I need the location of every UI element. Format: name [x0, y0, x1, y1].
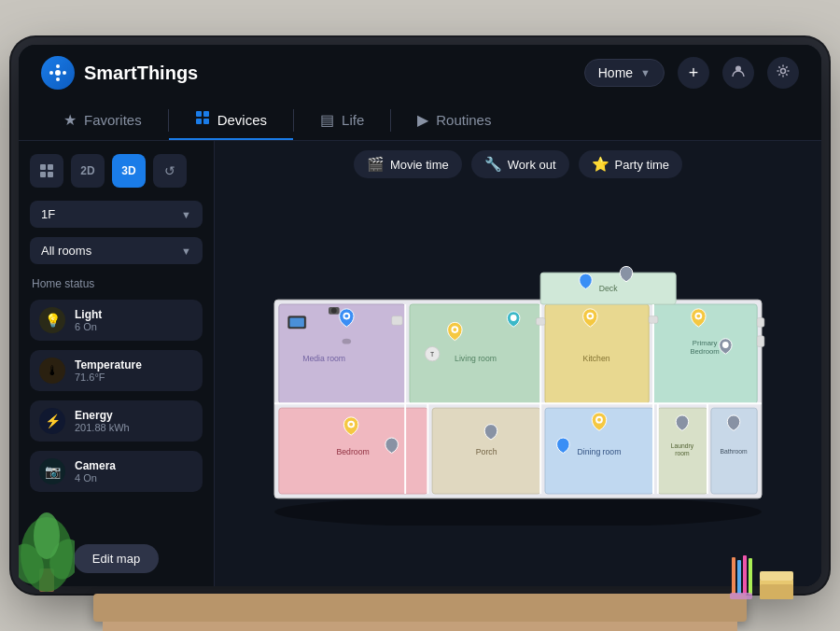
svg-point-51: [511, 315, 517, 321]
3d-view-button[interactable]: 3D: [112, 154, 146, 188]
tab-routines[interactable]: ▶ Routines: [391, 102, 517, 140]
svg-point-71: [331, 307, 337, 313]
tab-devices[interactable]: Devices: [169, 101, 293, 140]
svg-point-48: [344, 314, 348, 317]
life-icon: ▤: [320, 111, 334, 129]
status-item-energy[interactable]: ⚡ Energy 201.88 kWh: [30, 400, 203, 442]
profile-icon: [731, 63, 746, 82]
floor-selector[interactable]: 1F ▼: [30, 201, 203, 228]
favorites-icon: ★: [63, 111, 77, 129]
status-item-temperature[interactable]: 🌡 Temperature 71.6°F: [30, 350, 203, 391]
svg-text:Bathroom: Bathroom: [720, 447, 748, 454]
main-content: 2D 3D ↺ 1F ▼: [19, 141, 821, 586]
tab-routines-label: Routines: [436, 112, 491, 128]
svg-text:Dining room: Dining room: [578, 447, 622, 456]
svg-rect-11: [40, 164, 46, 170]
nav-tabs: ★ Favorites Devices: [19, 101, 821, 141]
routines-icon: ▶: [417, 111, 428, 129]
work-out-label: Work out: [508, 158, 556, 172]
svg-rect-80: [749, 558, 752, 595]
temperature-info: Temperature 71.6°F: [75, 358, 193, 383]
add-button[interactable]: +: [678, 57, 709, 89]
party-time-icon: ⭐: [592, 156, 609, 173]
temperature-icon: 🌡: [39, 358, 65, 384]
svg-point-3: [49, 71, 53, 75]
tab-life-label: Life: [342, 112, 364, 128]
2d-view-button[interactable]: 2D: [71, 154, 105, 188]
svg-rect-64: [757, 335, 764, 346]
svg-rect-10: [203, 119, 209, 124]
room-label: All rooms: [41, 244, 91, 258]
settings-button[interactable]: [767, 57, 799, 89]
work-out-chip[interactable]: 🔧 Work out: [471, 150, 569, 178]
plant-decoration: [19, 508, 75, 596]
svg-point-55: [696, 314, 700, 317]
svg-rect-77: [732, 557, 735, 595]
status-item-light[interactable]: 💡 Light 6 On: [30, 300, 203, 341]
svg-text:T: T: [430, 351, 434, 358]
svg-point-0: [55, 70, 61, 76]
svg-point-60: [597, 417, 601, 421]
room-selector[interactable]: All rooms ▼: [30, 237, 203, 264]
svg-rect-83: [760, 584, 793, 599]
svg-rect-67: [289, 317, 303, 327]
movie-time-chip[interactable]: 🎬 Movie time: [354, 150, 462, 178]
scene: SmartThings Home ▼ +: [19, 45, 821, 586]
books-icon: [760, 571, 793, 599]
energy-info: Energy 201.88 kWh: [75, 409, 193, 433]
svg-rect-79: [743, 555, 747, 595]
svg-point-46: [343, 338, 352, 344]
pencils-icon: [730, 553, 752, 599]
desk-items: [730, 553, 793, 599]
add-icon: +: [689, 63, 699, 83]
history-view-button[interactable]: ↺: [153, 154, 187, 188]
tab-favorites-label: Favorites: [84, 112, 142, 128]
edit-map-button[interactable]: Edit map: [74, 544, 159, 573]
svg-text:Porch: Porch: [476, 447, 497, 456]
svg-text:Living room: Living room: [455, 353, 497, 362]
room-dropdown-icon: ▼: [181, 245, 191, 257]
svg-point-1: [56, 64, 60, 68]
svg-text:Bedroom: Bedroom: [336, 447, 369, 456]
energy-icon: ⚡: [39, 408, 65, 434]
history-icon: ↺: [164, 163, 175, 178]
svg-rect-13: [40, 172, 46, 177]
svg-rect-63: [649, 316, 658, 323]
floor-plan-container: Media room Living room Kitchen Primary: [215, 184, 821, 586]
svg-rect-84: [760, 571, 793, 581]
svg-rect-65: [757, 317, 764, 327]
svg-point-4: [63, 71, 66, 75]
tab-life[interactable]: ▤ Life: [294, 102, 390, 140]
camera-icon: 📷: [39, 458, 65, 484]
home-status-label: Home status: [30, 277, 203, 290]
light-icon: 💡: [39, 307, 65, 333]
header: SmartThings Home ▼ +: [19, 45, 821, 101]
svg-point-56: [722, 342, 729, 348]
tab-favorites[interactable]: ★ Favorites: [37, 102, 168, 140]
movie-time-label: Movie time: [390, 158, 449, 172]
floor-label: 1F: [41, 207, 55, 221]
profile-button[interactable]: [722, 57, 754, 89]
svg-rect-14: [48, 172, 53, 177]
gear-icon: [776, 63, 791, 82]
devices-icon: [195, 110, 210, 129]
svg-text:room: room: [675, 450, 690, 456]
smartthings-logo: [41, 56, 75, 90]
map-area: 🎬 Movie time 🔧 Work out ⭐ Party time: [215, 141, 821, 586]
location-selector[interactable]: Home ▼: [584, 59, 665, 87]
view-controls: 2D 3D ↺: [30, 154, 203, 188]
svg-point-58: [349, 422, 353, 426]
floor-plan-svg: Media room Living room Kitchen Primary: [247, 245, 789, 526]
status-item-camera[interactable]: 📷 Camera 4 On: [30, 451, 203, 492]
svg-rect-12: [48, 164, 53, 170]
svg-text:Laundry: Laundry: [671, 442, 694, 449]
svg-point-15: [274, 495, 762, 525]
shelf-base: [103, 622, 737, 631]
svg-rect-81: [730, 593, 752, 599]
svg-point-50: [453, 328, 456, 331]
tv-body: SmartThings Home ▼ +: [19, 45, 821, 586]
party-time-chip[interactable]: ⭐ Party time: [579, 150, 683, 178]
svg-text:Bedroom: Bedroom: [690, 347, 719, 356]
tv-screen: SmartThings Home ▼ +: [19, 45, 821, 586]
grid-view-button[interactable]: [30, 154, 63, 188]
